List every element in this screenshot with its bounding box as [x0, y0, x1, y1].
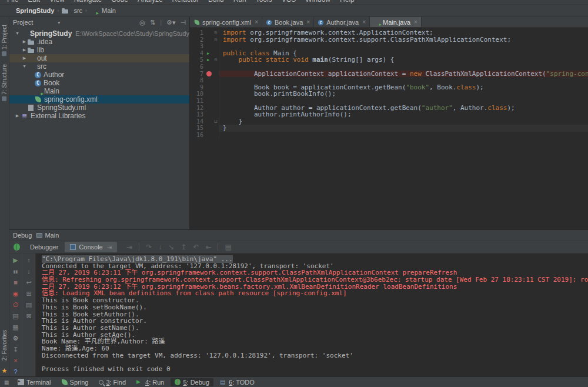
step-over-icon[interactable]: ↷ [146, 243, 152, 251]
tree-item-external-libraries[interactable]: ▶≣External Libraries [9, 112, 189, 120]
run-gutter-icon[interactable] [205, 56, 213, 64]
settings-gear-icon[interactable]: ⚙▾ [166, 19, 175, 26]
stripe-project-button[interactable]: 1: Project [1, 25, 8, 56]
line-number: 16 [190, 132, 205, 139]
scroll-up-icon[interactable]: ↑ [27, 256, 31, 264]
debug-panel-header: Debug Main [9, 230, 588, 241]
tree-item-springstudy[interactable]: ▼SpringStudyE:\WorkSpace\Code\Study\Spri… [9, 29, 189, 38]
statusbar-terminal-button[interactable]: Terminal [14, 378, 55, 386]
evaluate-expression-icon[interactable]: ▦ [225, 243, 231, 251]
drop-frame-icon[interactable]: ↶ [193, 243, 199, 251]
step-out-icon[interactable]: ↥ [181, 243, 186, 251]
tree-item-springstudy-iml[interactable]: SpringStudy.iml [9, 104, 189, 112]
hide-panel-icon[interactable]: ⊣ [180, 19, 186, 26]
pause-icon[interactable]: ▮▮ [14, 268, 18, 275]
console-line-4: 信息: Refreshing org.springframework.conte… [42, 276, 588, 283]
statusbar-todo-button[interactable]: ▤6: TODO [216, 378, 259, 386]
close-icon[interactable]: × [362, 19, 366, 25]
debug-panel-title: Debug [13, 232, 32, 239]
statusbar-spring-button[interactable]: Spring [58, 378, 93, 386]
tree-arrow-icon: ▶ [21, 38, 28, 46]
restore-layout-icon[interactable]: ▦ [12, 323, 18, 331]
tree-item-main[interactable]: Main [9, 87, 189, 95]
tree-item-author[interactable]: Author [9, 71, 189, 79]
print-icon[interactable]: ▤ [26, 301, 32, 309]
tool-window-switcher-icon[interactable]: ▦ [2, 379, 11, 385]
close-icon[interactable]: × [414, 19, 417, 25]
tree-item-book[interactable]: Book [9, 79, 189, 87]
close-icon[interactable]: × [306, 19, 310, 25]
statusbar-find-button[interactable]: 3: Find [95, 378, 130, 386]
soft-wrap-icon[interactable]: ↩ [26, 279, 31, 286]
mute-breakpoints-icon[interactable]: ∅ [13, 301, 19, 309]
lib-icon: ≣ [21, 112, 28, 119]
editor-tab-author-java[interactable]: Author.java× [314, 17, 370, 27]
menu-run[interactable]: Run [229, 0, 251, 4]
debug-session-tab[interactable]: Main [36, 232, 59, 239]
close-icon[interactable]: × [255, 19, 258, 25]
force-step-into-icon[interactable]: ↘ [168, 243, 174, 251]
status-bar: ▦ TerminalSpring3: Find▶4: Run5: Debug▤6… [0, 376, 588, 387]
code-editor[interactable]: 1⊟import org.springframework.context.App… [190, 28, 588, 229]
tree-item-src[interactable]: ▼src [9, 62, 189, 71]
breadcrumb-src[interactable]: src [62, 7, 82, 14]
class-icon [35, 72, 41, 78]
thread-dump-icon[interactable]: ▤ [12, 312, 18, 320]
menu-edit[interactable]: Edit [23, 0, 45, 4]
find-icon [99, 380, 103, 385]
stripe-favorites-button[interactable]: 2: Favorites [1, 330, 8, 361]
tree-item-lib[interactable]: ▶lib [9, 46, 189, 54]
gutter-spacer [205, 43, 213, 50]
favorites-star-icon[interactable]: ★ [2, 367, 8, 375]
menu-help[interactable]: Help [335, 0, 359, 4]
tab-label: Main.java [383, 19, 410, 26]
editor-tab-book-java[interactable]: Book.java× [262, 17, 314, 27]
editor-tab-spring-config-xml[interactable]: spring-config.xml× [190, 17, 262, 27]
project-panel-title[interactable]: Project [13, 19, 33, 26]
view-breakpoints-icon[interactable]: ◉ [13, 290, 19, 298]
clear-all-icon[interactable]: ⊠ [26, 312, 31, 320]
menu-refactor[interactable]: Refactor [168, 0, 203, 4]
stop-icon[interactable]: ■ [14, 279, 18, 286]
tree-item-spring-config-xml[interactable]: spring-config.xml [9, 95, 189, 104]
menu-vcs[interactable]: VCS [277, 0, 301, 4]
close-icon[interactable]: × [14, 357, 17, 365]
menu-build[interactable]: Build [203, 0, 229, 4]
run-to-cursor-icon[interactable]: ⇤ [205, 243, 211, 251]
menu-navigate[interactable]: Navigate [69, 0, 106, 4]
chevron-down-icon[interactable]: ▾ [58, 20, 60, 25]
run-gutter-icon[interactable] [205, 50, 213, 57]
menu-view[interactable]: View [45, 0, 69, 4]
stripe-structure-button[interactable]: 7: Structure [1, 64, 8, 101]
project-tree[interactable]: ▼SpringStudyE:\WorkSpace\Code\Study\Spri… [9, 28, 189, 229]
breadcrumb-springstudy[interactable]: SpringStudy [4, 7, 54, 14]
menu-code[interactable]: Code [106, 0, 133, 4]
menu-file[interactable]: File [2, 0, 23, 4]
settings-gear-icon[interactable]: ⚙ [13, 335, 19, 342]
menu-tools[interactable]: Tools [251, 0, 277, 4]
resume-icon[interactable]: ▶ [13, 256, 18, 264]
tree-item-out[interactable]: ▶out [9, 54, 189, 62]
help-icon[interactable]: ? [14, 368, 17, 376]
show-execution-point-icon[interactable]: ⇥ [126, 243, 132, 251]
debug-tab-debugger[interactable]: Debugger [25, 242, 64, 252]
tree-item-label: src [37, 62, 46, 71]
statusbar-debug-button[interactable]: 5: Debug [171, 378, 213, 386]
breakpoint-icon[interactable] [205, 71, 213, 78]
scroll-down-icon[interactable]: ↓ [27, 268, 31, 275]
pin-tab-icon[interactable]: ↧ [13, 346, 18, 353]
collapse-all-icon[interactable]: ⇅ [150, 19, 155, 26]
console-line-8: This is Book setBookName(). [42, 304, 588, 311]
menu-window[interactable]: Window [300, 0, 335, 4]
editor-tab-main-java[interactable]: Main.java× [370, 17, 422, 27]
tree-item-idea[interactable]: ▶.idea [9, 38, 189, 46]
folder-src-icon [28, 63, 35, 70]
breadcrumb-main[interactable]: Main [90, 7, 116, 14]
locate-icon[interactable]: ◎ [139, 19, 145, 26]
statusbar-run-button[interactable]: ▶4: Run [132, 378, 168, 386]
menu-analyze[interactable]: Analyze [133, 0, 168, 4]
console-output[interactable]: "C:\Program Files\Java\jdk1.8.0_191\bin\… [35, 253, 588, 376]
debug-tab-console[interactable]: Console⇥ [65, 242, 117, 252]
open-text-icon[interactable]: ⊞ [26, 290, 31, 298]
step-into-icon[interactable]: ↓ [158, 243, 162, 251]
